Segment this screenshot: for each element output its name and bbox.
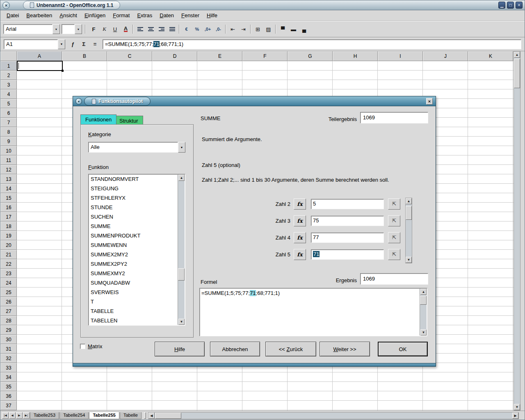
shrink-button[interactable]: ⇱ <box>388 232 400 243</box>
next-button[interactable]: Weiter >> <box>320 342 370 356</box>
function-item-suchen[interactable]: SUCHEN <box>89 212 178 222</box>
scroll-up-button[interactable]: ▲ <box>514 52 520 58</box>
underline-button[interactable]: U <box>110 24 120 34</box>
row-header-17[interactable]: 17 <box>0 212 17 221</box>
align-justify-button[interactable] <box>167 24 177 34</box>
row-header-31[interactable]: 31 <box>0 344 17 354</box>
category-value[interactable]: Alle <box>88 142 178 153</box>
row-header-28[interactable]: 28 <box>0 316 17 325</box>
category-dropdown-button[interactable]: ▼ <box>178 142 185 153</box>
scroll-down-button[interactable]: ▼ <box>178 319 185 325</box>
column-header-A[interactable]: A <box>17 51 62 61</box>
font-name-combo[interactable]: Arial ▼ <box>3 24 60 34</box>
dialog-shade-button[interactable]: ▼ <box>75 98 82 105</box>
function-item-steigung[interactable]: STEIGUNG <box>89 184 178 194</box>
align-center-button[interactable] <box>146 24 156 34</box>
column-header-I[interactable]: I <box>378 51 423 61</box>
function-item-stunde[interactable]: STUNDE <box>89 203 178 212</box>
sum-button[interactable]: Σ <box>79 39 89 49</box>
number-format-percent-button[interactable]: % <box>192 24 202 34</box>
row-header-24[interactable]: 24 <box>0 278 17 288</box>
font-size-dropdown-button[interactable]: ▼ <box>75 24 82 34</box>
function-item-tabelle[interactable]: TABELLE <box>89 307 178 316</box>
column-header-D[interactable]: D <box>152 51 197 61</box>
insert-function-button[interactable]: fx <box>294 249 306 260</box>
menu-bearbeiten[interactable]: Bearbeiten <box>23 11 56 20</box>
row-header-15[interactable]: 15 <box>0 193 17 203</box>
function-item-stfehleryx[interactable]: STFEHLERYX <box>89 194 178 203</box>
row-header-23[interactable]: 23 <box>0 269 17 278</box>
row-header-25[interactable]: 25 <box>0 288 17 297</box>
cancel-button[interactable]: Abbrechen <box>210 342 260 356</box>
scroll-down-button[interactable]: ▼ <box>420 329 427 336</box>
window-titlebar[interactable]: × Unbenannt2 - OpenOffice.org 1.1 ▁ □ × <box>0 0 525 10</box>
formula-textarea-scrollbar[interactable]: ▲ ▼ <box>420 289 427 336</box>
sheet-tab-tabelle253[interactable]: Tabelle253 <box>30 412 59 419</box>
row-header-5[interactable]: 5 <box>0 99 17 108</box>
insert-function-button[interactable]: fx <box>294 199 306 210</box>
function-item-tabellen[interactable]: TABELLEN <box>89 316 178 325</box>
function-item-sumquadabw[interactable]: SUMQUADABW <box>89 278 178 288</box>
argument-input[interactable]: 77 <box>311 233 384 243</box>
row-header-8[interactable]: 8 <box>0 127 17 137</box>
sheet-tab-tabelle254[interactable]: Tabelle254 <box>59 412 89 419</box>
menu-einfügen[interactable]: Einfügen <box>81 11 109 20</box>
argument-input[interactable]: 5 <box>311 199 384 209</box>
shrink-button[interactable]: ⇱ <box>388 215 400 226</box>
scroll-left-button[interactable]: ◀ <box>148 413 155 419</box>
argument-scrollbar[interactable]: ▲ ▼ <box>405 198 412 263</box>
dialog-titlebar[interactable]: ▼ Funktionsautopilot × <box>73 96 436 106</box>
row-header-37[interactable]: 37 <box>0 401 17 410</box>
align-center-vertical-button[interactable]: ▬ <box>288 24 299 34</box>
row-header-21[interactable]: 21 <box>0 250 17 259</box>
column-header-G[interactable]: G <box>288 51 333 61</box>
sheet-tab-tabelle[interactable]: Tabelle <box>120 412 142 419</box>
back-button[interactable]: << Zurück <box>265 342 316 356</box>
argument-input[interactable]: 71 <box>311 249 384 260</box>
function-item-summex2my2[interactable]: SUMMEX2MY2 <box>89 250 178 260</box>
row-header-30[interactable]: 30 <box>0 335 17 344</box>
maximize-button[interactable]: □ <box>507 2 514 9</box>
function-item-summexmy2[interactable]: SUMMEXMY2 <box>89 269 178 278</box>
italic-button[interactable]: K <box>99 24 110 34</box>
matrix-checkbox[interactable] <box>80 344 85 349</box>
next-sheet-button[interactable]: ▶ <box>16 412 23 419</box>
column-header-J[interactable]: J <box>423 51 468 61</box>
font-name-dropdown-button[interactable]: ▼ <box>52 24 60 34</box>
font-size-field[interactable] <box>62 24 75 34</box>
row-header-27[interactable]: 27 <box>0 306 17 316</box>
vertical-scrollbar[interactable]: ▲ ▼ <box>514 51 520 411</box>
function-item-standnormvert[interactable]: STANDNORMVERT <box>89 175 178 184</box>
horizontal-scrollbar[interactable]: ◀ ▶ <box>148 412 519 419</box>
row-header-6[interactable]: 6 <box>0 108 17 118</box>
column-header-E[interactable]: E <box>197 51 242 61</box>
delete-decimal-place-button[interactable]: ,0- <box>213 24 224 34</box>
background-color-button[interactable]: ▨ <box>263 24 274 34</box>
column-header-F[interactable]: F <box>242 51 288 61</box>
formula-input[interactable]: =SUMME(1;5;75;77;71;68;771;1) <box>103 39 521 49</box>
menu-extras[interactable]: Extras <box>133 11 156 20</box>
category-combo[interactable]: Alle ▼ <box>88 142 185 153</box>
column-header-C[interactable]: C <box>107 51 152 61</box>
column-header-K[interactable]: K <box>468 51 513 61</box>
argument-input[interactable]: 75 <box>311 216 384 226</box>
row-header-7[interactable]: 7 <box>0 118 17 127</box>
row-header-12[interactable]: 12 <box>0 165 17 174</box>
tab-struktur[interactable]: Struktur <box>114 116 143 124</box>
row-header-20[interactable]: 20 <box>0 240 17 250</box>
borders-button[interactable]: ⊞ <box>253 24 263 34</box>
close-button[interactable]: × <box>516 2 523 9</box>
function-item-summewenn[interactable]: SUMMEWENN <box>89 241 178 250</box>
scroll-up-button[interactable]: ▲ <box>406 198 412 204</box>
bold-button[interactable]: F <box>89 24 99 34</box>
row-header-2[interactable]: 2 <box>0 71 17 80</box>
font-name-field[interactable]: Arial <box>3 24 52 34</box>
row-header-19[interactable]: 19 <box>0 231 17 240</box>
horizontal-scrollbar-thumb[interactable] <box>155 413 181 419</box>
previous-sheet-button[interactable]: ◀ <box>9 412 16 419</box>
tab-splitter-handle[interactable] <box>144 412 146 419</box>
function-button[interactable]: = <box>90 39 100 49</box>
formula-textarea-scrollbar-thumb[interactable] <box>420 296 427 305</box>
ok-button[interactable]: OK <box>378 342 428 356</box>
formula-textarea[interactable]: =SUMME(1;5;75;77;71;68;771;1) ▲ ▼ <box>199 288 427 336</box>
